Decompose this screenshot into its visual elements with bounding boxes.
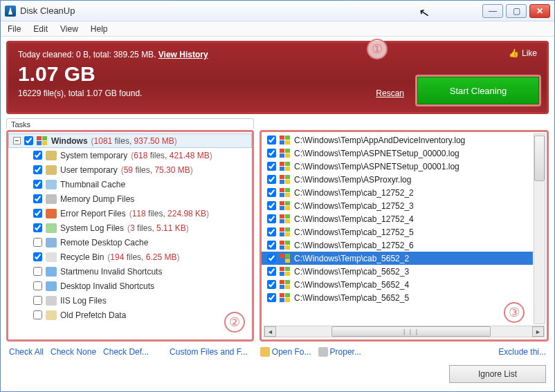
- task-item-icon: [46, 223, 57, 233]
- task-label: Remote Desktop Cache: [60, 238, 148, 248]
- file-row[interactable]: C:\Windows\Temp\cab_5652_3: [262, 265, 533, 278]
- file-checkbox[interactable]: [267, 175, 276, 184]
- task-checkbox[interactable]: [33, 209, 42, 218]
- file-path: C:\Windows\Temp\cab_12752_2: [294, 188, 414, 198]
- task-group-windows[interactable]: −Windows (1081 files, 937.50 MB): [8, 133, 252, 148]
- file-checkbox[interactable]: [267, 293, 276, 302]
- minimize-button[interactable]: —: [482, 4, 503, 18]
- file-checkbox[interactable]: [267, 280, 276, 289]
- file-icon: [280, 149, 291, 158]
- task-checkbox[interactable]: [33, 223, 42, 232]
- task-item[interactable]: Thumbnail Cache: [8, 177, 252, 192]
- menu-view[interactable]: View: [60, 24, 78, 34]
- properties-link[interactable]: Proper...: [318, 347, 361, 357]
- file-checkbox[interactable]: [267, 227, 276, 236]
- collapse-icon[interactable]: −: [13, 137, 21, 144]
- task-label: Error Report Files: [60, 209, 126, 218]
- check-default-link[interactable]: Check Def...: [103, 347, 149, 357]
- task-checkbox[interactable]: [33, 267, 42, 276]
- task-checkbox[interactable]: [33, 238, 42, 247]
- file-checkbox[interactable]: [267, 162, 276, 171]
- file-row[interactable]: C:\Windows\Temp\cab_12752_4: [262, 212, 533, 225]
- file-row[interactable]: C:\Windows\Temp\cab_12752_3: [262, 199, 533, 212]
- check-all-link[interactable]: Check All: [9, 347, 44, 357]
- task-checkbox[interactable]: [33, 310, 42, 319]
- menu-file[interactable]: File: [8, 24, 21, 34]
- task-item[interactable]: User temporary (59 files, 75.30 MB): [8, 162, 252, 177]
- task-checkbox[interactable]: [33, 194, 42, 203]
- check-none-link[interactable]: Check None: [51, 347, 96, 357]
- custom-files-link[interactable]: Custom Files and F...: [170, 347, 248, 357]
- task-checkbox[interactable]: [33, 180, 42, 189]
- file-icon: [280, 201, 291, 211]
- file-row[interactable]: C:\Windows\Temp\cab_5652_5: [262, 291, 533, 304]
- task-checkbox[interactable]: [33, 151, 42, 160]
- maximize-button[interactable]: ▢: [506, 4, 527, 18]
- app-title: Disk CleanUp: [20, 6, 482, 16]
- task-label: Startmenu Invalid Shortcuts: [60, 267, 162, 277]
- task-item[interactable]: System temporary (618 files, 421.48 MB): [8, 148, 252, 162]
- menu-help[interactable]: Help: [91, 24, 108, 34]
- folder-open-icon: [260, 347, 270, 357]
- task-item-icon: [46, 310, 57, 320]
- file-checkbox[interactable]: [267, 214, 276, 223]
- task-checkbox[interactable]: [33, 296, 42, 305]
- annotation-badge-2: ②: [224, 312, 245, 333]
- file-row[interactable]: C:\Windows\Temp\cab_12752_5: [262, 225, 533, 239]
- menu-bar: File Edit View Help: [1, 21, 554, 37]
- file-row[interactable]: C:\Windows\Temp\cab_12752_6: [262, 239, 533, 252]
- file-row[interactable]: C:\Windows\Temp\ASProxyr.log: [262, 173, 533, 186]
- file-row[interactable]: C:\Windows\Temp\cab_12752_2: [262, 186, 533, 199]
- task-label: Recycle Bin: [60, 252, 104, 262]
- task-item[interactable]: Old Prefetch Data: [8, 308, 252, 322]
- menu-edit[interactable]: Edit: [33, 24, 48, 34]
- task-checkbox[interactable]: [33, 165, 42, 174]
- task-item[interactable]: IIS Log Files: [8, 293, 252, 308]
- file-row[interactable]: C:\Windows\Temp\ASPNETSetup_00001.log: [262, 160, 533, 173]
- file-row[interactable]: C:\Windows\Temp\ASPNETSetup_00000.log: [262, 147, 533, 160]
- task-item[interactable]: Memory Dump Files: [8, 192, 252, 206]
- view-history-link[interactable]: View History: [158, 50, 208, 59]
- open-folder-link[interactable]: Open Fo...: [260, 347, 311, 357]
- task-label: User temporary: [60, 165, 118, 175]
- file-checkbox[interactable]: [267, 241, 276, 250]
- file-icon: [280, 136, 291, 145]
- task-item[interactable]: Startmenu Invalid Shortcuts: [8, 264, 252, 279]
- file-row[interactable]: C:\Windows\Temp\cab_5652_4: [262, 278, 533, 291]
- files-horizontal-scrollbar[interactable]: ◄ | | | ►: [264, 326, 545, 337]
- task-item[interactable]: System Log Files (3 files, 5.11 KB): [8, 221, 252, 235]
- start-cleaning-button[interactable]: Start Cleaning: [417, 77, 539, 104]
- file-checkbox[interactable]: [267, 136, 276, 144]
- task-checkbox[interactable]: [33, 252, 42, 261]
- file-row[interactable]: C:\Windows\Temp\AppAndDeviceInventory.lo…: [262, 133, 533, 147]
- task-item[interactable]: Recycle Bin (194 files, 6.25 MB): [8, 250, 252, 264]
- task-item-icon: [46, 238, 57, 248]
- file-checkbox[interactable]: [267, 254, 276, 263]
- ignore-list-button[interactable]: Ignore List: [449, 365, 546, 383]
- task-label: Memory Dump Files: [60, 194, 134, 204]
- file-checkbox[interactable]: [267, 188, 276, 197]
- file-checkbox[interactable]: [267, 149, 276, 158]
- like-button[interactable]: 👍 Like: [509, 48, 537, 58]
- file-checkbox[interactable]: [267, 267, 276, 276]
- tasks-label: Tasks: [6, 118, 254, 129]
- task-label: Old Prefetch Data: [60, 310, 126, 320]
- task-label: System Log Files: [60, 223, 124, 233]
- task-item[interactable]: Remote Desktop Cache: [8, 235, 252, 250]
- file-path: C:\Windows\Temp\AppAndDeviceInventory.lo…: [294, 136, 465, 145]
- annotation-badge-3: ③: [504, 302, 525, 323]
- task-item[interactable]: Desktop Invalid Shortcuts: [8, 279, 252, 293]
- close-button[interactable]: ✕: [529, 4, 550, 18]
- exclude-link[interactable]: Exclude thi...: [498, 347, 546, 357]
- task-item[interactable]: Error Report Files (118 files, 224.98 KB…: [8, 206, 252, 221]
- task-label: Desktop Invalid Shortcuts: [60, 281, 154, 291]
- task-checkbox[interactable]: [33, 281, 42, 290]
- task-checkbox[interactable]: [24, 136, 33, 145]
- app-icon: [5, 6, 16, 17]
- file-checkbox[interactable]: [267, 201, 276, 210]
- rescan-link[interactable]: Rescan: [376, 88, 404, 98]
- files-vertical-scrollbar[interactable]: [534, 133, 545, 324]
- file-path: C:\Windows\Temp\cab_12752_5: [294, 227, 414, 237]
- task-item-icon: [46, 194, 57, 204]
- file-row[interactable]: C:\Windows\Temp\cab_5652_2: [262, 252, 533, 265]
